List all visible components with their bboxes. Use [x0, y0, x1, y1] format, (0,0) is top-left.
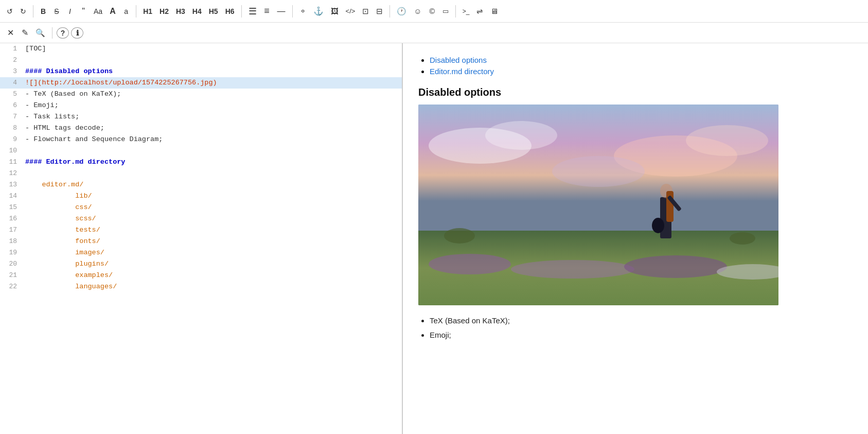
editor-line-7: 7 - Task lists;: [0, 111, 402, 123]
editor-line-16: 16 scss/: [0, 213, 402, 224]
italic-button[interactable]: I: [64, 4, 76, 19]
redo-button[interactable]: ↻: [17, 4, 29, 19]
line-content-21[interactable]: examples/: [23, 270, 402, 281]
editor-content[interactable]: 1 [TOC] 2 3 #### Disabled options 4 ![](…: [0, 43, 402, 434]
editor-line-21: 21 examples/: [0, 270, 402, 281]
line-content-4[interactable]: ![](http://localhost/upload/157422526775…: [23, 77, 402, 89]
ordered-list-button[interactable]: ≡: [261, 4, 273, 19]
line-number-5: 5: [0, 89, 23, 100]
line-content-6[interactable]: - Emoji;: [23, 100, 402, 111]
quote-button[interactable]: ": [78, 4, 89, 19]
unordered-list-button[interactable]: ☰: [246, 4, 259, 19]
editor-line-22: 22 languages/: [0, 281, 402, 292]
hr-button[interactable]: —: [275, 4, 288, 19]
line-content-7[interactable]: - Task lists;: [23, 111, 402, 123]
svg-point-5: [552, 156, 645, 187]
line-content-5[interactable]: - TeX (Based on KaTeX);: [23, 89, 402, 100]
editor-line-9: 9 - Flowchart and Sequence Diagram;: [0, 134, 402, 145]
h6-button[interactable]: H6: [223, 4, 237, 19]
divider-1: [33, 5, 33, 18]
line-number-15: 15: [0, 202, 23, 213]
bold-button[interactable]: B: [38, 4, 49, 19]
line-content-13[interactable]: editor.md/: [23, 179, 402, 190]
close-button[interactable]: ✕: [4, 26, 16, 40]
line-number-4: 4: [0, 77, 23, 89]
diff-button[interactable]: ⇌: [474, 4, 486, 19]
line-content-22[interactable]: languages/: [23, 281, 402, 292]
h5-button[interactable]: H5: [206, 4, 221, 19]
line-content-17[interactable]: tests/: [23, 224, 402, 236]
terminal-button[interactable]: >_: [460, 4, 472, 19]
line-number-7: 7: [0, 111, 23, 123]
datetime-button[interactable]: 🕐: [394, 4, 409, 19]
toolbar-second: ✕ ✎ 🔍 ? ℹ: [0, 23, 868, 43]
svg-point-17: [652, 218, 664, 233]
copyright-button[interactable]: ©: [427, 4, 438, 19]
strikethrough-button[interactable]: S: [51, 4, 62, 19]
info-button[interactable]: ℹ: [71, 27, 83, 39]
line-content-3[interactable]: #### Disabled options: [23, 66, 402, 77]
code-inline-button[interactable]: </>: [343, 4, 358, 19]
line-content-16[interactable]: scss/: [23, 213, 402, 224]
svg-point-7: [429, 254, 511, 274]
line-number-19: 19: [0, 247, 23, 258]
line-number-18: 18: [0, 236, 23, 247]
h2-button[interactable]: H2: [157, 4, 171, 19]
line-content-11[interactable]: #### Editor.md directory: [23, 157, 402, 168]
line-content-1[interactable]: [TOC]: [23, 43, 402, 55]
code-block-button[interactable]: ⊡: [360, 4, 371, 19]
edit-pencil-button[interactable]: ✎: [19, 26, 31, 40]
svg-point-8: [511, 260, 634, 279]
editor-line-19: 19 images/: [0, 247, 402, 258]
emoji-button[interactable]: ☺: [411, 4, 424, 19]
svg-rect-15: [666, 191, 674, 222]
line-number-17: 17: [0, 224, 23, 236]
line-content-14[interactable]: lib/: [23, 190, 402, 202]
line-content-19[interactable]: images/: [23, 247, 402, 258]
divider-3: [241, 5, 242, 18]
line-content-15[interactable]: css/: [23, 202, 402, 213]
line-content-10[interactable]: [23, 145, 402, 157]
line-content-12[interactable]: [23, 168, 402, 179]
image-button[interactable]: 🖼: [328, 4, 341, 19]
h3-button[interactable]: H3: [173, 4, 188, 19]
line-content-2[interactable]: [23, 55, 402, 66]
svg-point-9: [624, 255, 727, 278]
a-small-button[interactable]: a: [120, 4, 132, 19]
line-content-9[interactable]: - Flowchart and Sequence Diagram;: [23, 134, 402, 145]
line-number-8: 8: [0, 123, 23, 134]
a-big-button[interactable]: A: [107, 4, 118, 19]
line-number-3: 3: [0, 66, 23, 77]
h4-button[interactable]: H4: [190, 4, 204, 19]
line-number-2: 2: [0, 55, 23, 66]
anchor-button[interactable]: ⚓: [311, 4, 326, 19]
undo-button[interactable]: ↺: [4, 4, 15, 19]
svg-point-12: [730, 232, 755, 245]
toc-item-1: Disabled options: [430, 56, 853, 65]
preview-image: [418, 105, 778, 305]
line-number-11: 11: [0, 157, 23, 168]
table-button[interactable]: ⊟: [374, 4, 385, 19]
preview-list-item-2: Emoji;: [430, 328, 853, 342]
line-content-20[interactable]: plugins/: [23, 258, 402, 270]
line-content-8[interactable]: - HTML tags decode;: [23, 123, 402, 134]
h1-button[interactable]: H1: [140, 4, 155, 19]
link-button[interactable]: ⚬: [297, 4, 309, 19]
preview-section1-heading: Disabled options: [418, 86, 853, 98]
editor-line-12: 12: [0, 168, 402, 179]
svg-point-11: [444, 228, 475, 244]
divider-7: [52, 27, 52, 39]
toc-link-2[interactable]: Editor.md directory: [430, 67, 494, 76]
line-content-18[interactable]: fonts/: [23, 236, 402, 247]
monitor-button[interactable]: 🖥: [488, 4, 501, 19]
box-button[interactable]: ▭: [440, 4, 451, 19]
editor-lines: 1 [TOC] 2 3 #### Disabled options 4 ![](…: [0, 43, 402, 292]
aa-button[interactable]: Aa: [91, 4, 105, 19]
line-number-16: 16: [0, 213, 23, 224]
help-button[interactable]: ?: [57, 27, 69, 39]
toc-link-1[interactable]: Disabled options: [430, 56, 487, 64]
editor-line-8: 8 - HTML tags decode;: [0, 123, 402, 134]
search-button[interactable]: 🔍: [33, 26, 48, 40]
svg-point-2: [485, 121, 557, 150]
editor-pane[interactable]: 1 [TOC] 2 3 #### Disabled options 4 ![](…: [0, 43, 403, 434]
